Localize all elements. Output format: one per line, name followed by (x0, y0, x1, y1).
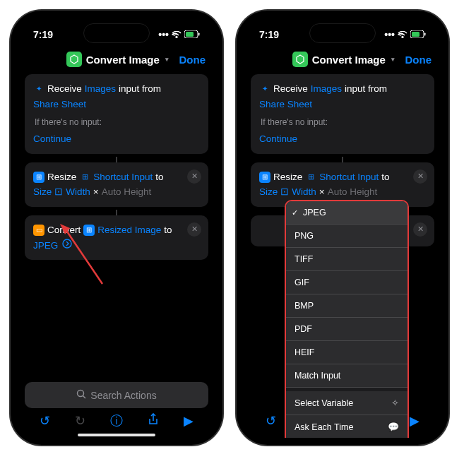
popup-item-png[interactable]: PNG (286, 225, 407, 248)
width-link[interactable]: Width (66, 184, 90, 200)
search-icon (76, 389, 86, 401)
convert-input-var[interactable]: Resized Image (97, 222, 161, 238)
popup-item-jpeg[interactable]: JPEG (286, 201, 407, 225)
wifi-icon (398, 29, 407, 40)
remove-action-button[interactable]: ✕ (413, 169, 427, 184)
receive-block[interactable]: ✦ Receive Images input from Share Sheet … (251, 74, 434, 154)
dynamic-island (83, 23, 150, 43)
dimension-icon: ⊡ (54, 184, 63, 200)
signal-icon: ••• (158, 29, 169, 40)
var-icon: ⊞ (83, 225, 95, 236)
size-link[interactable]: Size (259, 184, 278, 200)
svg-rect-1 (186, 32, 194, 37)
expand-icon[interactable] (62, 238, 72, 254)
dynamic-island (309, 23, 376, 43)
dimension-icon: ⊡ (280, 184, 289, 200)
input-icon: ✦ (33, 83, 44, 95)
battery-icon (410, 29, 426, 40)
battery-icon (184, 29, 200, 40)
share-button[interactable] (148, 413, 159, 429)
size-link[interactable]: Size (33, 184, 52, 200)
convert-icon: ▭ (33, 225, 44, 236)
popup-item-ask[interactable]: Ask Each Time 💬 (286, 415, 407, 438)
time-label: 7:19 (33, 29, 53, 40)
width-link[interactable]: Width (292, 184, 316, 200)
run-button[interactable]: ▶ (410, 413, 420, 429)
done-button[interactable]: Done (405, 54, 432, 66)
chevron-down-icon: ▾ (391, 56, 395, 63)
phone-right: 7:19 ••• Convert Image ▾ Done (237, 11, 448, 445)
share-sheet-link[interactable]: Share Sheet (33, 97, 86, 112)
shortcut-title[interactable]: Convert Image ▾ (292, 52, 395, 67)
remove-action-button[interactable]: ✕ (413, 222, 427, 237)
home-indicator[interactable] (78, 434, 155, 436)
format-popup: JPEG PNG TIFF GIF BMP PDF HEIF Match Inp… (285, 200, 409, 438)
shortcut-icon (66, 52, 82, 67)
continue-link[interactable]: Continue (33, 131, 71, 147)
format-link[interactable]: JPEG (33, 238, 58, 254)
input-icon: ✦ (259, 83, 270, 95)
info-button[interactable]: ⓘ (110, 412, 123, 429)
resize-input-var[interactable]: Shortcut Input (93, 169, 153, 185)
popup-item-tiff[interactable]: TIFF (286, 248, 407, 271)
svg-rect-2 (198, 33, 200, 36)
popup-item-heif[interactable]: HEIF (286, 341, 407, 364)
shortcut-icon (292, 52, 308, 67)
search-actions[interactable]: Search Actions (25, 382, 208, 408)
chevron-down-icon: ▾ (165, 56, 169, 63)
wand-icon: ✧ (391, 398, 399, 408)
noinput-label: If there's no input: (261, 117, 426, 127)
time-label: 7:19 (259, 29, 279, 40)
popup-item-match[interactable]: Match Input (286, 364, 407, 388)
shortcut-title[interactable]: Convert Image ▾ (66, 52, 169, 67)
var-icon: ⊞ (305, 172, 316, 183)
popup-item-pdf[interactable]: PDF (286, 318, 407, 341)
continue-link[interactable]: Continue (259, 131, 297, 147)
convert-block[interactable]: ✕ ▭ Convert ⊞ Resized Image to JPEG (25, 215, 208, 260)
bottom-toolbar: ↺ ↻ ⓘ ▶ (18, 408, 215, 434)
svg-line-7 (83, 396, 86, 399)
popup-item-select-var[interactable]: Select Variable ✧ (286, 391, 407, 415)
wifi-icon (172, 29, 182, 40)
share-sheet-link[interactable]: Share Sheet (259, 97, 312, 112)
remove-action-button[interactable]: ✕ (187, 169, 201, 184)
resize-icon: ⊞ (33, 172, 44, 183)
height-link[interactable]: Auto Height (102, 184, 152, 200)
resize-block[interactable]: ✕ ⊞ Resize ⊞ Shortcut Input to Size ⊡ Wi… (25, 162, 208, 207)
undo-button[interactable]: ↺ (266, 413, 276, 429)
noinput-label: If there's no input: (35, 117, 200, 127)
svg-rect-10 (424, 33, 426, 36)
search-placeholder: Search Actions (90, 390, 156, 401)
done-button[interactable]: Done (179, 54, 206, 66)
height-link[interactable]: Auto Height (328, 184, 378, 200)
popup-item-bmp[interactable]: BMP (286, 294, 407, 318)
svg-point-6 (78, 391, 84, 397)
svg-point-3 (63, 239, 71, 248)
run-button[interactable]: ▶ (184, 413, 194, 429)
resize-input-var[interactable]: Shortcut Input (319, 169, 379, 185)
chat-icon: 💬 (388, 422, 399, 432)
signal-icon: ••• (384, 29, 395, 40)
phone-left: 7:19 ••• Convert Image ▾ Done (11, 11, 222, 445)
receive-type[interactable]: Images (85, 81, 116, 97)
undo-button[interactable]: ↺ (40, 413, 50, 429)
var-icon: ⊞ (79, 172, 90, 183)
receive-block[interactable]: ✦ Receive Images input from Share Sheet … (25, 74, 208, 154)
receive-type[interactable]: Images (311, 81, 342, 97)
remove-action-button[interactable]: ✕ (187, 222, 201, 237)
popup-item-gif[interactable]: GIF (286, 271, 407, 294)
redo-button: ↻ (75, 413, 85, 429)
resize-icon: ⊞ (259, 172, 270, 183)
svg-rect-9 (412, 32, 420, 37)
